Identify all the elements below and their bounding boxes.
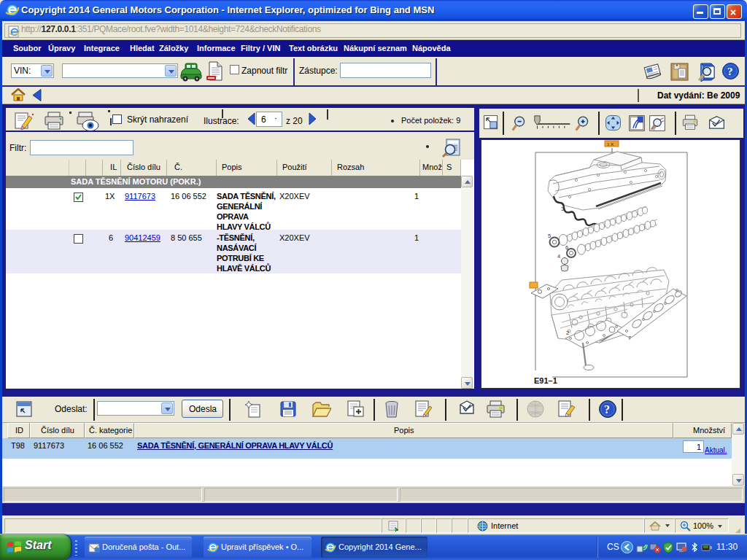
- svg-text:1 X: 1 X: [607, 142, 614, 147]
- svg-text:4: 4: [557, 253, 560, 260]
- svg-text:2: 2: [566, 330, 569, 336]
- svg-text:6: 6: [565, 244, 568, 251]
- svg-text:7: 7: [628, 335, 631, 341]
- svg-text:3: 3: [561, 206, 564, 212]
- svg-text:5: 5: [548, 233, 551, 239]
- svg-text:?: ?: [727, 66, 733, 77]
- svg-text:E91–1: E91–1: [534, 376, 557, 385]
- svg-text:?: ?: [604, 403, 610, 416]
